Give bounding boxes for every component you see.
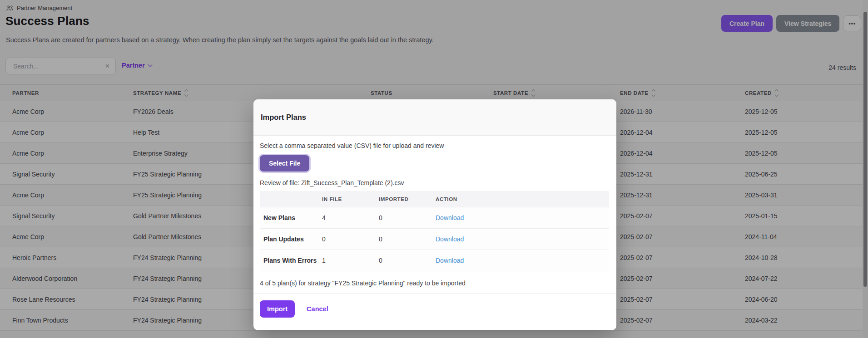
review-row-new-plans: New Plans 4 0 Download xyxy=(260,207,609,229)
in-file-value: 1 xyxy=(322,257,379,264)
review-col-imported: IMPORTED xyxy=(379,196,436,202)
in-file-value: 4 xyxy=(322,214,379,221)
row-label: Plan Updates xyxy=(263,235,322,243)
row-label: New Plans xyxy=(263,214,322,221)
in-file-value: 0 xyxy=(322,235,379,243)
review-row-plans-with-errors: Plans With Errors 1 0 Download xyxy=(260,250,609,271)
modal-header: Import Plans xyxy=(253,99,616,136)
success-plans-page: Partner Management Success Plans Success… xyxy=(0,0,868,338)
download-link[interactable]: Download xyxy=(436,214,609,221)
review-col-action: ACTION xyxy=(436,196,609,202)
row-label: Plans With Errors xyxy=(263,257,322,264)
review-table-header: IN FILE IMPORTED ACTION xyxy=(260,191,609,207)
download-link[interactable]: Download xyxy=(436,235,609,243)
import-button[interactable]: Import xyxy=(260,300,295,318)
import-plans-modal: Import Plans Select a comma separated va… xyxy=(253,99,616,330)
modal-title: Import Plans xyxy=(261,113,306,122)
imported-value: 0 xyxy=(379,235,436,243)
download-link[interactable]: Download xyxy=(436,257,609,264)
review-col-in-file: IN FILE xyxy=(322,196,379,202)
modal-instruction: Select a comma separated value (CSV) fil… xyxy=(260,142,609,149)
import-summary: 4 of 5 plan(s) for strategy "FY25 Strate… xyxy=(260,279,609,287)
modal-footer: Import Cancel xyxy=(260,294,609,318)
imported-value: 0 xyxy=(379,257,436,264)
modal-body: Select a comma separated value (CSV) fil… xyxy=(253,142,616,318)
imported-value: 0 xyxy=(379,214,436,221)
review-table: IN FILE IMPORTED ACTION New Plans 4 0 Do… xyxy=(260,191,609,271)
select-file-button[interactable]: Select File xyxy=(260,155,309,171)
review-file-label: Review of file: Zift_Success_Plan_Templa… xyxy=(260,179,609,186)
cancel-button[interactable]: Cancel xyxy=(307,305,328,313)
review-row-plan-updates: Plan Updates 0 0 Download xyxy=(260,229,609,250)
